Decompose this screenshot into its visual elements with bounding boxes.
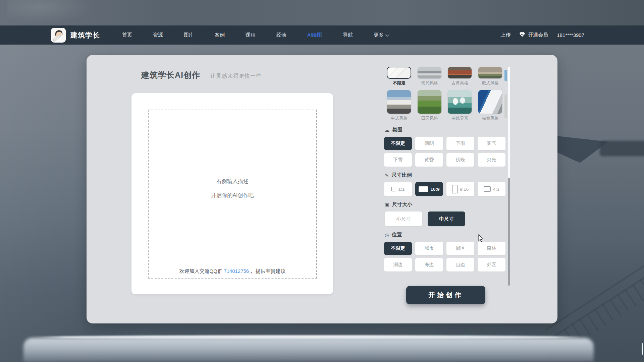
style-label: 田园风格 <box>418 116 442 121</box>
atmosphere-option[interactable]: 下雪 <box>384 153 412 167</box>
nav-item[interactable]: 导航 <box>343 32 353 38</box>
brand-name: 建筑学长 <box>70 31 100 40</box>
vip-diamond-icon <box>519 32 525 38</box>
ratio-section-header: ✎ 尺寸比例 <box>385 172 505 178</box>
atmosphere-option[interactable]: 雾气 <box>478 137 505 150</box>
style-label: 曲线异形 <box>448 116 472 121</box>
logo-avatar <box>51 28 66 43</box>
atmosphere-option[interactable]: 傍晚 <box>446 153 474 167</box>
style-thumbnail <box>478 90 502 114</box>
style-thumbnail <box>478 67 502 78</box>
style-option[interactable]: 现代风格 <box>418 67 442 86</box>
size-options: 小尺寸中尺寸 <box>385 212 505 226</box>
style-option[interactable]: 田园风格 <box>418 90 442 121</box>
page-title: 建筑学长AI创作 <box>141 70 200 80</box>
atmosphere-option[interactable]: 不限定 <box>384 137 412 150</box>
qq-note-prefix: 欢迎加入交流QQ群 <box>179 268 224 274</box>
hint-line-1: 右侧输入描述 <box>149 178 316 185</box>
style-thumbnail <box>418 90 441 114</box>
location-section-title: 位置 <box>392 232 402 238</box>
nav-item[interactable]: 经验 <box>276 32 286 38</box>
ratio-option[interactable]: 9:16 <box>446 182 474 196</box>
canvas-dropzone: 右侧输入描述 开启你的AI创作吧 欢迎加入交流QQ群 714012756， 提供… <box>148 110 317 279</box>
options-panel: 不限定 现代风格 古典风格 欧式风格 中式风格 田园风格 <box>384 67 505 272</box>
location-option[interactable]: 郊区 <box>478 258 505 272</box>
aspect-ratio-icon <box>419 186 428 192</box>
nav-item[interactable]: 课程 <box>246 32 256 38</box>
style-label: 不限定 <box>387 80 411 86</box>
style-option[interactable]: 不限定 <box>387 67 411 86</box>
location-pin-icon: ◎ <box>385 232 389 238</box>
size-option[interactable]: 中尺寸 <box>428 212 465 226</box>
location-option[interactable]: 不限定 <box>384 242 412 255</box>
location-option[interactable]: 海边 <box>415 258 443 272</box>
brand[interactable]: 建筑学长 <box>51 28 100 43</box>
qq-note: 欢迎加入交流QQ群 714012756， 提供宝贵建议 <box>149 268 316 275</box>
location-option[interactable]: 森林 <box>478 242 505 255</box>
nav-item[interactable]: 更多 <box>374 32 389 38</box>
nav-item[interactable]: AI绘图 <box>307 32 322 38</box>
style-label: 极简风格 <box>478 116 502 121</box>
qq-group-link[interactable]: 714012756 <box>224 268 249 274</box>
ratio-section-title: 尺寸比例 <box>392 172 412 178</box>
style-label: 古典风格 <box>448 80 472 86</box>
location-section-header: ◎ 位置 <box>385 232 505 238</box>
nav-item[interactable]: 首页 <box>122 32 132 38</box>
account-phone[interactable]: 181****3907 <box>557 32 584 38</box>
atmosphere-option[interactable]: 下雨 <box>446 137 474 150</box>
ratio-option[interactable]: 16:9 <box>415 182 443 196</box>
style-label: 欧式风格 <box>478 80 502 86</box>
style-carousel-overflow <box>504 70 507 81</box>
ratio-option[interactable]: 1:1 <box>384 182 412 196</box>
aspect-ratio-icon <box>391 187 396 191</box>
atmosphere-options: 不限定晴朗下雨雾气下雪黄昏傍晚灯光 <box>384 137 505 167</box>
top-navbar: 建筑学长 首页资源图库案例课程经验AI绘图导航更多 上传 开通会员 181***… <box>0 25 644 45</box>
style-option[interactable]: 中式风格 <box>387 90 411 121</box>
style-thumbnail <box>448 67 472 78</box>
style-selector: 不限定 现代风格 古典风格 欧式风格 中式风格 田园风格 <box>384 67 505 121</box>
chevron-down-icon <box>386 33 389 36</box>
page-scrollbar[interactable] <box>642 343 643 355</box>
aspect-ratio-icon <box>452 185 458 193</box>
style-option[interactable]: 极简风格 <box>478 90 502 121</box>
style-option[interactable]: 曲线异形 <box>448 90 472 121</box>
page-subtitle: 让灵感来得更快一些 <box>210 73 262 80</box>
aspect-ratio-icon <box>484 186 491 192</box>
ratio-option[interactable]: 4:3 <box>478 182 505 196</box>
ratio-options: 1:116:99:164:3 <box>384 182 505 196</box>
location-option[interactable]: 山边 <box>446 258 474 272</box>
panel-scrollbar-track[interactable] <box>508 67 510 178</box>
image-size-icon: ▣ <box>385 202 389 207</box>
vip-label: 开通会员 <box>528 32 548 38</box>
atmosphere-section-header: ☁ 氛围 <box>385 127 505 133</box>
preview-canvas: 右侧输入描述 开启你的AI创作吧 欢迎加入交流QQ群 714012756， 提供… <box>131 93 333 294</box>
nav-item[interactable]: 案例 <box>215 32 225 38</box>
atmosphere-section-title: 氛围 <box>392 127 402 133</box>
location-option[interactable]: 城市 <box>415 242 443 255</box>
cloud-icon: ☁ <box>385 127 389 133</box>
main-nav: 首页资源图库案例课程经验AI绘图导航更多 <box>122 32 389 38</box>
style-label: 现代风格 <box>418 80 442 86</box>
size-section-header: ▣ 尺寸大小 <box>385 201 505 208</box>
vip-link[interactable]: 开通会员 <box>519 32 548 38</box>
location-option[interactable]: 湖边 <box>384 258 412 272</box>
size-option[interactable]: 小尺寸 <box>385 212 422 226</box>
panel-scrollbar-thumb[interactable] <box>508 178 510 286</box>
style-option[interactable]: 欧式风格 <box>478 67 502 86</box>
upload-link[interactable]: 上传 <box>500 32 511 38</box>
nav-item[interactable]: 图库 <box>184 32 194 38</box>
background-light-glow <box>23 338 594 362</box>
style-thumbnail <box>387 90 411 114</box>
start-create-button[interactable]: 开始创作 <box>406 286 485 304</box>
nav-item[interactable]: 资源 <box>153 32 163 38</box>
atmosphere-option[interactable]: 黄昏 <box>415 153 443 167</box>
style-option[interactable]: 古典风格 <box>448 67 472 86</box>
location-option[interactable]: 街区 <box>446 242 474 255</box>
background-sky <box>0 0 644 25</box>
atmosphere-option[interactable]: 晴朗 <box>415 137 443 150</box>
panel-header: 建筑学长AI创作 让灵感来得更快一些 <box>141 70 262 80</box>
navbar-right: 上传 开通会员 181****3907 <box>500 32 584 38</box>
canvas-hints: 右侧输入描述 开启你的AI创作吧 <box>149 178 316 199</box>
atmosphere-option[interactable]: 灯光 <box>478 153 505 167</box>
style-carousel-overflow <box>504 95 507 118</box>
